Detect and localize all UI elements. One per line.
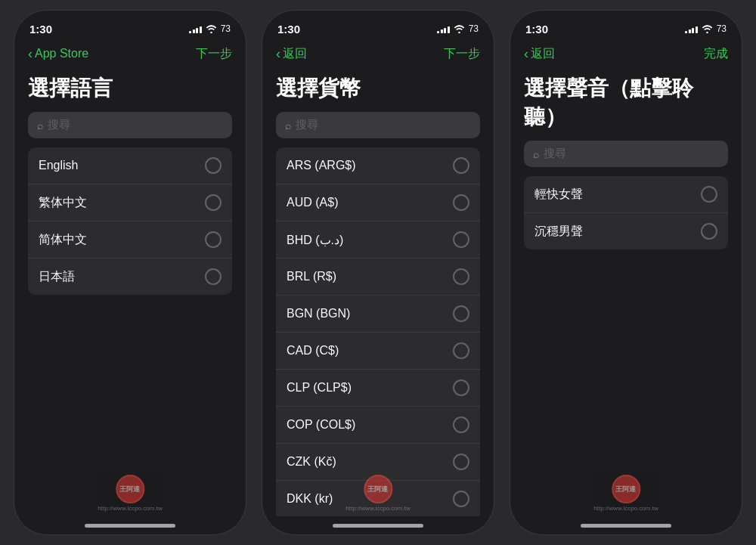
currency-radio-6[interactable] xyxy=(453,379,469,396)
search-bar-2[interactable]: ⌕ 搜尋 xyxy=(276,112,480,138)
search-placeholder-2: 搜尋 xyxy=(296,118,318,132)
watermark-url-2: http://www.lccpo.com.tw xyxy=(345,505,410,512)
status-time-3: 1:30 xyxy=(525,23,548,36)
language-list-container: English 繁体中文 简体中文 日本語 xyxy=(14,147,246,516)
watermark-url-3: http://www.lccpo.com.tw xyxy=(593,505,658,512)
page-title-3: 選擇聲音（點擊聆聽） xyxy=(510,74,742,141)
voice-list: 輕快女聲 沉穩男聲 xyxy=(524,176,728,249)
list-item[interactable]: ARS (ARG$) xyxy=(276,147,480,184)
currency-radio-5[interactable] xyxy=(453,342,469,359)
list-item[interactable]: BRL (R$) xyxy=(276,259,480,296)
nav-bar-3: ‹ 返回 完成 xyxy=(510,41,742,68)
home-indicator-3 xyxy=(510,516,742,534)
list-item[interactable]: 简体中文 xyxy=(28,221,232,259)
status-icons-2: 73 xyxy=(437,23,479,34)
nav-next-2[interactable]: 下一步 xyxy=(444,46,480,62)
watermark-1: 王阿達 http://www.lccpo.com.tw xyxy=(98,475,162,512)
list-item[interactable]: BGN (BGN) xyxy=(276,296,480,333)
page-title-1: 選擇語言 xyxy=(14,74,246,112)
nav-next-1[interactable]: 下一步 xyxy=(196,46,232,62)
currency-list: ARS (ARG$) AUD (A$) BHD (د.ب) BRL (R$) xyxy=(276,147,480,516)
list-item[interactable]: BHD (د.ب) xyxy=(276,221,480,259)
language-item-text-1: 繁体中文 xyxy=(39,195,87,211)
nav-back-2[interactable]: ‹ 返回 xyxy=(276,46,307,62)
list-item[interactable]: 輕快女聲 xyxy=(524,176,728,213)
currency-item-9: DKK (kr) xyxy=(287,492,333,506)
currency-radio-3[interactable] xyxy=(453,268,469,285)
list-item[interactable]: 繁体中文 xyxy=(28,184,232,221)
watermark-url-1: http://www.lccpo.com.tw xyxy=(98,505,162,512)
language-item-text-2: 简体中文 xyxy=(39,232,87,248)
language-item-text-0: English xyxy=(39,159,78,172)
currency-list-container: ARS (ARG$) AUD (A$) BHD (د.ب) BRL (R$) xyxy=(262,147,494,516)
language-list: English 繁体中文 简体中文 日本語 xyxy=(28,147,232,295)
home-bar-1 xyxy=(85,524,175,528)
currency-item-8: CZK (Kč) xyxy=(287,455,336,469)
currency-radio-0[interactable] xyxy=(453,157,469,174)
currency-item-0: ARS (ARG$) xyxy=(287,159,356,172)
list-item[interactable]: AUD (A$) xyxy=(276,184,480,221)
language-item-text-3: 日本語 xyxy=(39,269,75,285)
home-indicator-2 xyxy=(262,516,494,534)
currency-item-3: BRL (R$) xyxy=(287,270,336,283)
watermark-logo-3: 王阿達 xyxy=(612,475,640,503)
signal-icon-1 xyxy=(189,25,202,33)
currency-radio-7[interactable] xyxy=(453,416,469,433)
status-time-1: 1:30 xyxy=(29,23,52,36)
phone-voice: 1:30 73 ‹ 返回 完成 選擇 xyxy=(510,10,742,535)
search-bar-3[interactable]: ⌕ 搜尋 xyxy=(524,141,728,167)
list-item[interactable]: COP (COL$) xyxy=(276,407,480,444)
wifi-icon-3 xyxy=(702,25,713,33)
search-icon-3: ⌕ xyxy=(533,148,539,160)
nav-back-1[interactable]: ‹ App Store xyxy=(28,46,88,62)
phone-language: 1:30 73 ‹ App Store 下一步 xyxy=(14,10,246,535)
voice-radio-1[interactable] xyxy=(701,223,717,240)
voice-list-container: 輕快女聲 沉穩男聲 xyxy=(510,176,742,516)
voice-item-1: 沉穩男聲 xyxy=(534,224,583,240)
phone3-content: 選擇聲音（點擊聆聽） ⌕ 搜尋 輕快女聲 沉穩男聲 xyxy=(510,68,742,516)
currency-radio-4[interactable] xyxy=(453,305,469,322)
currency-item-4: BGN (BGN) xyxy=(287,307,350,320)
nav-back-label-2: 返回 xyxy=(283,46,307,62)
radio-circle-1[interactable] xyxy=(205,194,222,211)
back-arrow-3: ‹ xyxy=(524,46,528,62)
phones-container: 1:30 73 ‹ App Store 下一步 xyxy=(0,0,756,545)
watermark-3: 王阿達 http://www.lccpo.com.tw xyxy=(593,475,658,512)
status-icons-1: 73 xyxy=(189,23,231,34)
list-item[interactable]: CAD (C$) xyxy=(276,333,480,370)
currency-radio-2[interactable] xyxy=(453,231,469,248)
wifi-icon-1 xyxy=(206,25,217,33)
list-item[interactable]: 日本語 xyxy=(28,259,232,295)
voice-radio-0[interactable] xyxy=(701,186,717,203)
signal-icon-3 xyxy=(685,25,698,33)
status-time-2: 1:30 xyxy=(277,23,300,36)
nav-bar-1: ‹ App Store 下一步 xyxy=(14,41,246,68)
list-item[interactable]: English xyxy=(28,147,232,184)
nav-back-label-3: 返回 xyxy=(531,46,555,62)
currency-radio-9[interactable] xyxy=(453,491,469,507)
currency-item-6: CLP (CLP$) xyxy=(287,381,352,395)
radio-circle-3[interactable] xyxy=(205,268,222,285)
radio-circle-0[interactable] xyxy=(205,157,222,174)
watermark-logo-2: 王阿達 xyxy=(364,475,392,503)
currency-radio-1[interactable] xyxy=(453,194,469,211)
battery-icon-3: 73 xyxy=(717,23,727,34)
currency-item-7: COP (COL$) xyxy=(287,418,355,432)
currency-radio-8[interactable] xyxy=(453,454,469,470)
status-bar-1: 1:30 73 xyxy=(14,11,246,41)
battery-icon-2: 73 xyxy=(469,23,479,34)
list-item[interactable]: CLP (CLP$) xyxy=(276,370,480,407)
watermark-logo-1: 王阿達 xyxy=(116,475,144,503)
watermark-2: 王阿達 http://www.lccpo.com.tw xyxy=(345,475,410,512)
phone1-content: 選擇語言 ⌕ 搜尋 English 繁体中文 简体中文 xyxy=(14,68,246,516)
currency-item-1: AUD (A$) xyxy=(287,196,338,209)
status-bar-3: 1:30 73 xyxy=(510,11,742,41)
nav-back-3[interactable]: ‹ 返回 xyxy=(524,46,555,62)
search-bar-1[interactable]: ⌕ 搜尋 xyxy=(28,112,232,138)
wifi-icon-2 xyxy=(454,25,465,33)
currency-item-2: BHD (د.ب) xyxy=(287,233,343,247)
nav-back-label-1: App Store xyxy=(35,47,88,60)
radio-circle-2[interactable] xyxy=(205,231,222,248)
nav-next-3[interactable]: 完成 xyxy=(704,46,728,62)
list-item[interactable]: 沉穩男聲 xyxy=(524,213,728,249)
